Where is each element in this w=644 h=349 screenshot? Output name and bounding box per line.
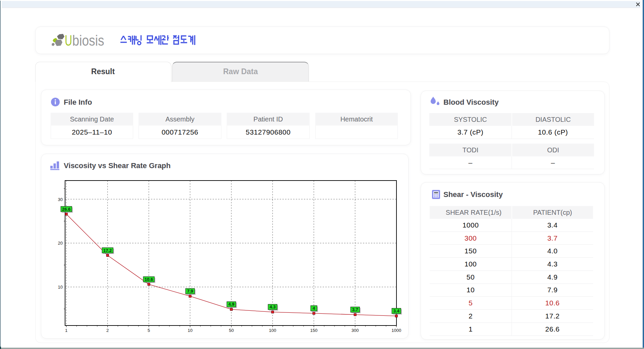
svg-text:3.7: 3.7 xyxy=(352,307,358,312)
svg-text:7.9: 7.9 xyxy=(187,289,193,294)
svg-text:50: 50 xyxy=(229,328,233,333)
svg-text:biosis: biosis xyxy=(72,32,104,48)
svg-text:2: 2 xyxy=(106,328,109,333)
svg-text:26.6: 26.6 xyxy=(62,207,70,212)
svg-text:20: 20 xyxy=(58,241,63,246)
svg-text:10: 10 xyxy=(187,328,192,333)
svg-text:5: 5 xyxy=(148,328,150,333)
svg-text:30: 30 xyxy=(58,197,63,202)
svg-text:1: 1 xyxy=(65,328,67,333)
svg-text:U: U xyxy=(65,32,72,48)
svg-text:1000: 1000 xyxy=(391,328,401,333)
svg-text:300: 300 xyxy=(352,328,359,333)
svg-text:4.9: 4.9 xyxy=(228,302,234,307)
svg-text:3.4: 3.4 xyxy=(393,308,400,313)
svg-text:17.2: 17.2 xyxy=(103,248,112,253)
svg-text:10.6: 10.6 xyxy=(145,277,153,282)
svg-text:100: 100 xyxy=(269,328,276,333)
svg-text:10: 10 xyxy=(58,285,63,290)
svg-text:4.3: 4.3 xyxy=(270,304,276,309)
svg-text:4: 4 xyxy=(313,306,315,311)
svg-text:150: 150 xyxy=(310,328,318,333)
